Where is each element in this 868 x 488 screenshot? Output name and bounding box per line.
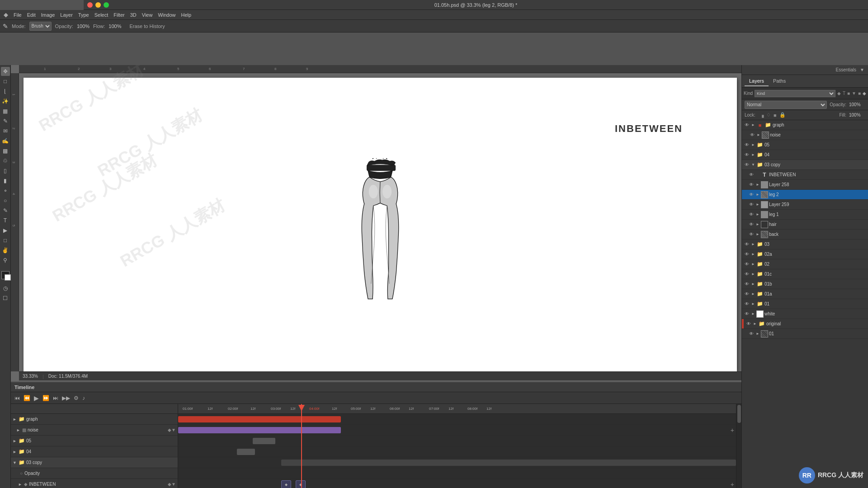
tl-row-graph[interactable]: ► 📁 graph — [11, 414, 178, 425]
menu-file[interactable]: File — [14, 12, 22, 18]
filter-icon-3[interactable]: ■ — [847, 91, 850, 96]
layer-vis-01b[interactable]: 👁 — [744, 281, 750, 287]
layer-row-01folder[interactable]: 👁 ► 📁 01 — [742, 299, 868, 309]
layer-expand-01b[interactable]: ► — [751, 281, 755, 287]
layer-expand-01c[interactable]: ► — [751, 271, 755, 277]
move-tool[interactable]: ✥ — [1, 67, 10, 76]
layer-row-03copy[interactable]: 👁 ▼ 📁 03 copy — [742, 160, 868, 170]
layer-expand-layer259[interactable]: ► — [755, 202, 760, 208]
layer-row-layer259[interactable]: 👁 ► Layer 259 — [742, 200, 868, 210]
layer-vis-02[interactable]: 👁 — [744, 261, 750, 267]
layer-expand-hair[interactable]: ► — [755, 221, 760, 228]
menu-window[interactable]: Window — [158, 12, 175, 18]
loop-btn[interactable]: ▶▶ — [62, 395, 70, 401]
minimize-button[interactable] — [95, 2, 101, 8]
layer-row-01c[interactable]: 👁 ► 📁 01c — [742, 269, 868, 279]
marquee-tool[interactable]: □ — [1, 77, 10, 86]
layer-vis-layer259[interactable]: 👁 — [748, 202, 755, 208]
quick-mask-tool[interactable]: ◷ — [1, 284, 10, 293]
zoom-tool[interactable]: ⚲ — [1, 256, 10, 265]
magic-wand-tool[interactable]: ✨ — [1, 97, 10, 106]
layer-vis-leg1[interactable]: 👁 — [748, 211, 755, 218]
filter-icon-4[interactable]: ▼ — [852, 91, 856, 96]
lasso-tool[interactable]: ⌊ — [1, 87, 10, 96]
filter-icon-2[interactable]: T — [843, 91, 845, 96]
shape-tool[interactable]: □ — [1, 236, 10, 245]
menu-select[interactable]: Select — [94, 12, 108, 18]
tl-row-04[interactable]: ► 📁 04 — [11, 446, 178, 457]
layer-expand-back[interactable]: ► — [755, 231, 760, 238]
screen-mode-tool[interactable]: ☐ — [1, 294, 10, 303]
background-color[interactable] — [5, 274, 11, 281]
brush-tool[interactable]: ✍ — [1, 136, 10, 145]
go-to-start-btn[interactable]: ⏮ — [14, 395, 20, 401]
layer-row-leg1[interactable]: 👁 ► leg 1 — [742, 210, 868, 220]
layer-row-01layer[interactable]: 👁 ► 01 — [742, 329, 868, 339]
layer-expand-01a[interactable]: ► — [751, 291, 755, 297]
layer-vis-04[interactable]: 👁 — [744, 152, 750, 158]
layer-row-layer258[interactable]: 👁 ► Layer 258 — [742, 180, 868, 190]
layer-row-noise[interactable]: 👁 ► noise — [742, 130, 868, 140]
layer-row-01a[interactable]: 👁 ► 📁 01a — [742, 289, 868, 299]
menu-help[interactable]: Help — [181, 12, 192, 18]
menu-layer[interactable]: Layer — [60, 12, 73, 18]
eraser-tool[interactable]: ▯ — [1, 166, 10, 175]
tl-row-03copy[interactable]: ▼ 📁 03 copy — [11, 457, 178, 468]
layer-expand-noise[interactable]: ► — [756, 132, 761, 138]
layer-expand-03copy[interactable]: ▼ — [751, 162, 755, 168]
tl-inbetween-keyframe-icon[interactable]: ◆ — [168, 482, 171, 487]
close-button[interactable] — [87, 2, 93, 8]
layer-row-white[interactable]: 👁 ► white — [742, 309, 868, 319]
layer-expand-01layer[interactable]: ► — [755, 331, 760, 337]
layer-row-02a[interactable]: 👁 ► 📁 02a — [742, 249, 868, 259]
layer-expand-04[interactable]: ► — [751, 152, 755, 158]
history-tool[interactable]: ♲ — [1, 156, 10, 165]
audio-btn[interactable]: ♪ — [82, 395, 85, 401]
lock-all-btn[interactable]: 🔒 — [779, 112, 786, 118]
go-to-end-btn[interactable]: ⏭ — [53, 395, 58, 401]
next-frame-btn[interactable]: ⏩ — [42, 395, 49, 401]
options-btn[interactable]: ⚙ — [74, 395, 79, 401]
layer-expand-05[interactable]: ► — [751, 142, 755, 148]
menu-image[interactable]: Image — [41, 12, 55, 18]
layer-expand-layer258[interactable]: ► — [755, 182, 760, 188]
tl-noise-options-icon[interactable]: ▼ — [171, 427, 176, 432]
layer-vis-01layer[interactable]: 👁 — [748, 331, 755, 337]
kind-filter-select[interactable]: Kind — [755, 90, 835, 97]
filter-toggle[interactable]: ◆ — [863, 91, 866, 96]
layer-vis-original[interactable]: 👁 — [745, 321, 752, 327]
lock-pixels-btn[interactable]: ▗ — [760, 112, 764, 118]
layer-vis-01c[interactable]: 👁 — [744, 271, 750, 277]
crop-tool[interactable]: ▦ — [1, 107, 10, 116]
tl-inbetween-options-icon[interactable]: ▼ — [171, 482, 176, 487]
layer-vis-back[interactable]: 👁 — [748, 231, 755, 238]
layer-vis-leg2[interactable]: 👁 — [748, 192, 755, 198]
timeline-controls[interactable]: ⏮ ⏪ ▶ ⏩ ⏭ ▶▶ ⚙ ♪ — [11, 392, 741, 404]
lock-artboard-btn[interactable]: ■ — [774, 113, 777, 118]
pen-tool[interactable]: ✎ — [1, 206, 10, 215]
path-select-tool[interactable]: ▶ — [1, 226, 10, 235]
add-noise-track[interactable]: + — [731, 425, 734, 436]
layer-vis-03copy[interactable]: 👁 — [744, 162, 750, 168]
layer-row-graph[interactable]: 👁 ► ■ 📁 graph — [742, 120, 868, 130]
foreground-color[interactable] — [1, 271, 9, 279]
layer-row-original[interactable]: 👁 ► 📁 original — [742, 319, 868, 329]
layer-vis-noise[interactable]: 👁 — [749, 132, 755, 138]
layer-expand-graph[interactable]: ► — [751, 122, 755, 128]
layer-row-01b[interactable]: 👁 ► 📁 01b — [742, 279, 868, 289]
menu-edit[interactable]: Edit — [27, 12, 36, 18]
layer-row-leg2[interactable]: 👁 ► leg 2 — [742, 190, 868, 200]
layer-expand-original[interactable]: ► — [753, 321, 757, 327]
tl-row-noise[interactable]: ► ▩ noise ◆ ▼ — [11, 425, 178, 436]
blend-mode-select[interactable]: Normal — [745, 101, 827, 109]
layer-row-hair[interactable]: 👁 ► hair — [742, 220, 868, 230]
layer-expand-02[interactable]: ► — [751, 261, 755, 267]
layer-vis-hair[interactable]: 👁 — [748, 221, 755, 228]
tl-row-inbetween[interactable]: ► ◆ INBETWEEN ◆ ▼ — [11, 479, 178, 488]
layer-row-02[interactable]: 👁 ► 📁 02 — [742, 259, 868, 269]
layer-vis-03[interactable]: 👁 — [744, 241, 750, 248]
layer-expand-02a[interactable]: ► — [751, 251, 755, 258]
layer-vis-02a[interactable]: 👁 — [744, 251, 750, 258]
tl-noise-keyframe-icon[interactable]: ◆ — [168, 427, 171, 432]
layer-vis-white[interactable]: 👁 — [744, 311, 750, 317]
